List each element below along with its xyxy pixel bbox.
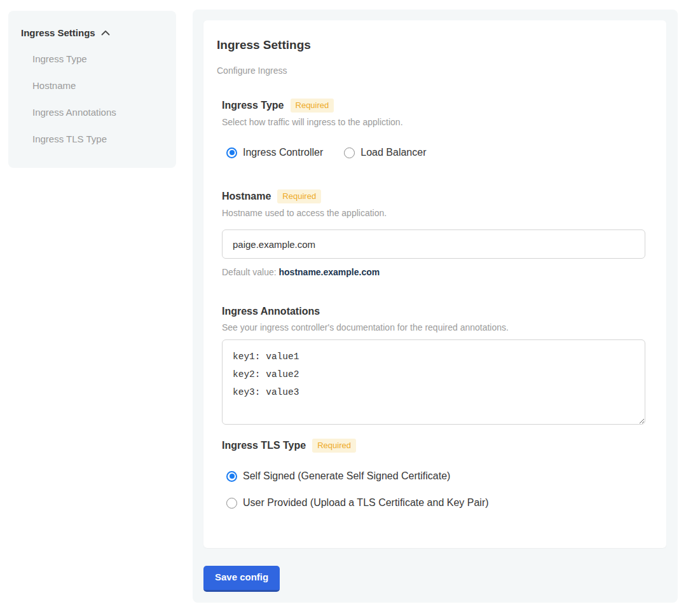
section-ingress-tls-type: Ingress TLS Type Required Self Signed (G… [222, 439, 645, 509]
radio-self-signed[interactable] [226, 471, 237, 482]
required-badge: Required [312, 439, 356, 453]
ingress-type-radio-group: Ingress Controller Load Balancer [222, 146, 645, 159]
radio-load-balancer[interactable] [344, 147, 355, 158]
radio-label[interactable]: Self Signed (Generate Self Signed Certif… [243, 470, 450, 483]
ingress-type-label: Ingress Type [222, 99, 284, 112]
annotations-help: See your ingress controller's documentat… [222, 322, 645, 332]
page-title: Ingress Settings [217, 38, 645, 52]
save-config-button[interactable]: Save config [203, 566, 280, 592]
page-subtitle: Configure Ingress [217, 65, 645, 76]
ingress-type-help: Select how traffic will ingress to the a… [222, 117, 645, 127]
radio-ingress-controller[interactable] [226, 147, 237, 158]
hostname-label: Hostname [222, 190, 271, 203]
radio-option-self-signed[interactable]: Self Signed (Generate Self Signed Certif… [226, 470, 645, 483]
sidebar-item-hostname[interactable]: Hostname [32, 80, 163, 92]
sidebar-item-list: Ingress Type Hostname Ingress Annotation… [21, 53, 163, 145]
sidebar-group-ingress-settings[interactable]: Ingress Settings [21, 27, 163, 38]
tls-type-label: Ingress TLS Type [222, 439, 306, 452]
annotations-label: Ingress Annotations [222, 305, 320, 318]
radio-option-user-provided[interactable]: User Provided (Upload a TLS Certificate … [226, 496, 645, 509]
required-badge: Required [277, 189, 321, 203]
radio-label[interactable]: User Provided (Upload a TLS Certificate … [243, 496, 489, 509]
chevron-up-icon [101, 30, 110, 36]
hostname-input[interactable] [222, 229, 645, 259]
hostname-default-line: Default value: hostname.example.com [222, 267, 645, 277]
annotations-textarea[interactable]: key1: value1 key2: value2 key3: value3 [222, 339, 645, 425]
radio-option-ingress-controller[interactable]: Ingress Controller [226, 146, 323, 159]
section-hostname: Hostname Required Hostname used to acces… [222, 189, 645, 277]
tls-type-radio-group: Self Signed (Generate Self Signed Certif… [222, 470, 645, 509]
radio-label[interactable]: Load Balancer [360, 146, 426, 159]
config-card: Ingress Settings Configure Ingress Ingre… [203, 20, 666, 548]
radio-label[interactable]: Ingress Controller [243, 146, 323, 159]
default-value-text: hostname.example.com [279, 267, 380, 277]
sidebar-item-ingress-type[interactable]: Ingress Type [32, 53, 163, 65]
default-value-prefix: Default value: [222, 267, 277, 277]
settings-sidebar: Ingress Settings Ingress Type Hostname I… [8, 11, 176, 168]
section-ingress-type: Ingress Type Required Select how traffic… [222, 99, 645, 159]
section-ingress-annotations: Ingress Annotations See your ingress con… [222, 305, 645, 425]
radio-option-load-balancer[interactable]: Load Balancer [344, 146, 426, 159]
config-panel: Ingress Settings Configure Ingress Ingre… [193, 10, 678, 603]
sidebar-item-ingress-annotations[interactable]: Ingress Annotations [32, 107, 163, 118]
hostname-help: Hostname used to access the application. [222, 208, 645, 218]
required-badge: Required [291, 99, 334, 113]
sidebar-group-label: Ingress Settings [21, 27, 95, 38]
radio-user-provided[interactable] [226, 498, 237, 509]
sidebar-item-ingress-tls-type[interactable]: Ingress TLS Type [32, 133, 163, 145]
